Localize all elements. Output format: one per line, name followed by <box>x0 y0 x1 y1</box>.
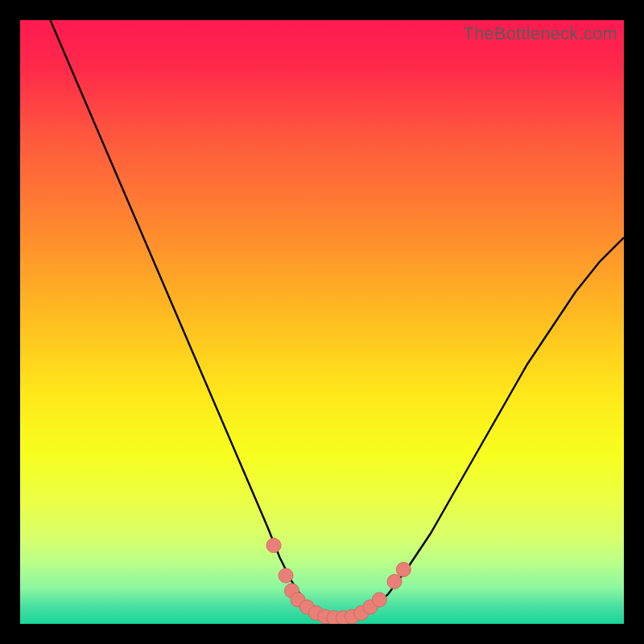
curve-marker <box>372 592 386 607</box>
watermark-label: TheBottleneck.com <box>463 23 617 44</box>
curve-marker <box>387 575 402 589</box>
curve-marker <box>396 563 411 577</box>
curve-marker <box>266 539 281 553</box>
chart-frame: TheBottleneck.com <box>0 0 644 644</box>
curve-marker <box>279 568 293 583</box>
bottleneck-chart <box>20 20 624 624</box>
gradient-background <box>20 20 624 624</box>
plot-area: TheBottleneck.com <box>20 20 624 624</box>
